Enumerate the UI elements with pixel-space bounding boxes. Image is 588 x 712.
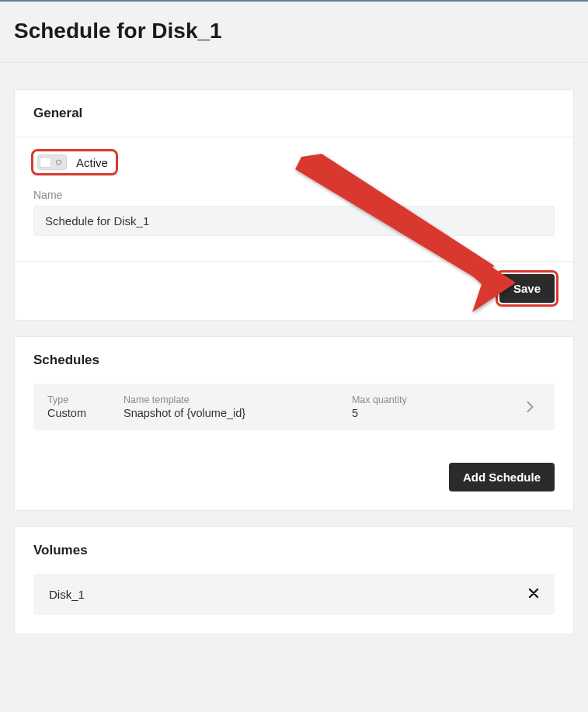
schedules-title: Schedules [33,353,555,368]
name-input[interactable] [33,206,555,236]
schedule-template-label: Name template [124,394,338,405]
active-label: Active [76,156,108,169]
schedules-header: Schedules [15,337,573,384]
schedule-row[interactable]: Type Custom Name template Snapshot of {v… [33,384,555,430]
active-toggle-wrap: Active [33,151,116,173]
active-toggle[interactable] [37,155,67,170]
volumes-title: Volumes [33,543,555,558]
general-header: General [15,90,573,137]
schedule-type-value: Custom [47,407,110,419]
volumes-card: Volumes Disk_1 [14,526,574,634]
schedule-type-label: Type [47,394,110,405]
volumes-header: Volumes [15,527,573,574]
schedules-card: Schedules Type Custom Name template Snap… [14,336,574,511]
general-card: General Active Name Save [14,89,574,321]
toggle-off-indicator-icon [56,160,61,165]
schedule-qty-value: 5 [352,407,505,419]
save-button[interactable]: Save [499,274,555,303]
schedule-qty-label: Max quantity [352,394,505,405]
volume-row: Disk_1 [33,574,555,615]
remove-volume-icon[interactable] [528,586,539,603]
add-schedule-button[interactable]: Add Schedule [449,463,555,491]
general-title: General [33,106,555,121]
chevron-right-icon [519,401,541,412]
schedule-template-value: Snapshot of {volume_id} [124,407,338,419]
page-title: Schedule for Disk_1 [14,19,574,43]
page-header: Schedule for Disk_1 [0,2,588,63]
name-field-label: Name [33,189,555,201]
volume-name: Disk_1 [49,588,85,601]
toggle-knob [40,157,51,168]
